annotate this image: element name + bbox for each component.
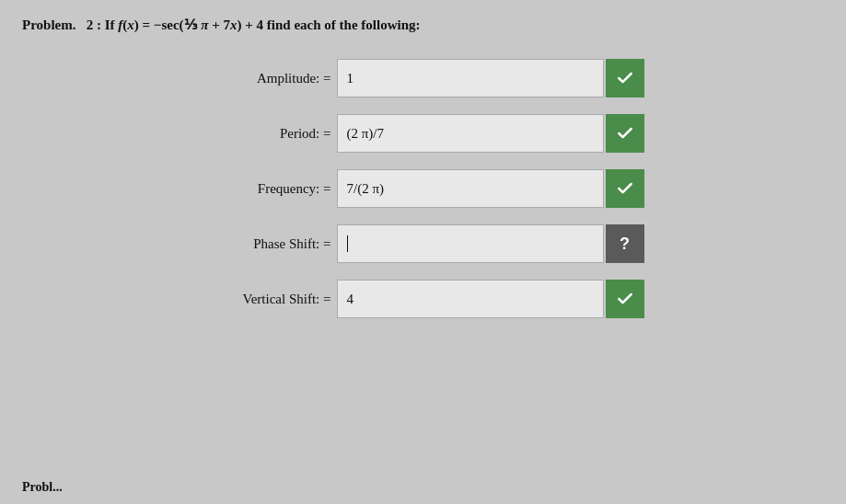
- phase-shift-row: Phase Shift: = ?: [203, 224, 644, 263]
- question-icon: ?: [620, 235, 630, 254]
- frequency-input-wrap: 7/(2 π): [337, 169, 604, 208]
- vertical-shift-check-button[interactable]: [606, 280, 644, 318]
- check-icon: [616, 179, 634, 198]
- amplitude-input-wrap: 1: [337, 59, 604, 97]
- vertical-shift-input-wrap: 4: [337, 280, 604, 318]
- period-row: Period: = (2 π)/7: [203, 114, 644, 153]
- frequency-row: Frequency: = 7/(2 π): [203, 169, 644, 208]
- fields-container: Amplitude: = 1 Period: = (2 π)/7: [22, 53, 824, 318]
- check-icon: [616, 69, 634, 87]
- vertical-shift-value: 4: [347, 292, 354, 307]
- period-label: Period: =: [203, 126, 331, 142]
- phase-shift-question-button[interactable]: ?: [606, 224, 644, 263]
- amplitude-label: Amplitude: =: [203, 71, 331, 86]
- period-check-button[interactable]: [606, 114, 644, 153]
- amplitude-check-button[interactable]: [606, 59, 644, 97]
- frequency-check-button[interactable]: [606, 169, 644, 208]
- vertical-shift-label: Vertical Shift: =: [203, 292, 331, 307]
- amplitude-row: Amplitude: = 1: [203, 59, 644, 97]
- problem-number: 2: [87, 17, 94, 32]
- problem-label: Problem.: [22, 17, 75, 32]
- page: Problem. 2 : If f(x) = −sec(⅓ π + 7x) + …: [0, 0, 846, 504]
- check-icon: [616, 290, 634, 308]
- frequency-label: Frequency: =: [203, 181, 331, 197]
- amplitude-value: 1: [347, 71, 354, 86]
- problem-statement: Problem. 2 : If f(x) = −sec(⅓ π + 7x) + …: [22, 17, 824, 33]
- text-cursor: [347, 235, 348, 252]
- bottom-hint: Probl...: [0, 480, 63, 495]
- phase-shift-label: Phase Shift: =: [203, 236, 331, 252]
- vertical-shift-row: Vertical Shift: = 4: [203, 280, 644, 318]
- frequency-value: 7/(2 π): [347, 181, 384, 197]
- period-input-wrap: (2 π)/7: [337, 114, 604, 153]
- phase-shift-input-wrap[interactable]: [337, 224, 604, 263]
- phase-shift-input[interactable]: [351, 236, 593, 252]
- check-icon: [616, 124, 634, 143]
- period-value: (2 π)/7: [347, 126, 384, 142]
